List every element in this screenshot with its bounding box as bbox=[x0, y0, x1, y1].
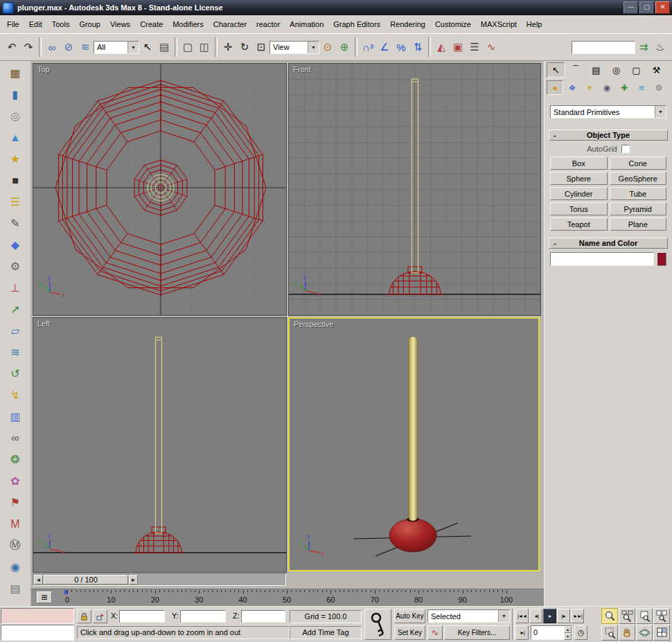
dropdown-arrow-icon[interactable]: ▼ bbox=[127, 42, 139, 53]
time-slider-previous-arrow[interactable]: ◄ bbox=[34, 575, 43, 585]
bind-to-space-warp-icon[interactable]: ≋ bbox=[77, 38, 94, 56]
modify-tab[interactable]: ⌒ bbox=[567, 62, 585, 78]
selection-filter-dropdown[interactable]: All▼ bbox=[94, 41, 139, 54]
star-shape-icon[interactable]: ★ bbox=[6, 150, 25, 168]
undo-icon[interactable]: ↶ bbox=[3, 38, 20, 56]
cone-primitive-icon[interactable]: ▲ bbox=[6, 129, 25, 146]
select-and-manipulate-icon[interactable]: ⊕ bbox=[336, 38, 353, 56]
grid-tool-icon[interactable]: ▤ bbox=[6, 580, 25, 597]
subcategory-dropdown[interactable]: Standard Primitives ▼ bbox=[550, 105, 666, 118]
zoom-button[interactable] bbox=[601, 608, 618, 624]
object-type-button-geosphere[interactable]: GeoSphere bbox=[610, 172, 667, 185]
wedge-icon[interactable]: ◆ bbox=[6, 236, 25, 253]
close-button[interactable]: ✕ bbox=[655, 1, 670, 14]
spinner-snap-icon[interactable]: ⇅ bbox=[409, 38, 426, 56]
systems-category[interactable]: ⚙ bbox=[651, 80, 667, 95]
object-name-field[interactable] bbox=[550, 252, 654, 266]
x-coordinate-field[interactable] bbox=[119, 610, 165, 623]
zoom-all-button[interactable] bbox=[619, 608, 635, 624]
name-and-color-rollout-header[interactable]: - Name and Color bbox=[549, 238, 668, 249]
dropdown-arrow-icon[interactable]: ▼ bbox=[498, 610, 509, 622]
m-tool-icon[interactable]: M bbox=[6, 515, 25, 533]
arc-rotate-button[interactable] bbox=[636, 625, 653, 641]
maxscript-mini-listener-macro[interactable] bbox=[1, 608, 74, 624]
named-selection-sets-field[interactable] bbox=[572, 41, 635, 54]
region-zoom-button[interactable] bbox=[601, 625, 618, 641]
key-mode-toggle-button[interactable]: ►| bbox=[515, 625, 529, 640]
chain-icon[interactable]: ∞ bbox=[6, 429, 25, 447]
lights-category[interactable]: ☀ bbox=[581, 80, 598, 95]
select-and-rotate-icon[interactable]: ↻ bbox=[236, 38, 253, 56]
viewport-label-front[interactable]: Front bbox=[293, 65, 311, 73]
reference-coordinate-dropdown[interactable]: View▼ bbox=[269, 41, 319, 54]
go-to-start-button[interactable]: |◄◄ bbox=[515, 609, 529, 623]
viewport-label-left[interactable]: Left bbox=[37, 319, 50, 328]
default-tangent-button[interactable]: ∿ bbox=[427, 625, 443, 640]
utilities-tab[interactable]: ⚒ bbox=[647, 62, 666, 78]
object-type-button-tube[interactable]: Tube bbox=[610, 187, 667, 200]
dropdown-arrow-icon[interactable]: ▼ bbox=[655, 106, 666, 118]
time-slider-handle[interactable]: 0 / 100 bbox=[44, 575, 128, 585]
dark-box-icon[interactable]: ■ bbox=[6, 172, 25, 189]
motion-tab[interactable]: ◎ bbox=[607, 62, 626, 78]
current-frame-field[interactable]: 0 ▲ ▼ bbox=[531, 625, 572, 640]
gear-icon[interactable]: ⚙ bbox=[6, 258, 25, 275]
quick-render-icon[interactable]: ⇉ bbox=[635, 38, 652, 56]
hierarchy-tab[interactable]: ▤ bbox=[587, 62, 605, 78]
title-bar[interactable]: plunger.max - Autodesk 3ds Max 8 - Stand… bbox=[0, 0, 672, 15]
object-type-button-box[interactable]: Box bbox=[550, 157, 608, 170]
absolute-offset-mode-toggle[interactable] bbox=[93, 609, 107, 623]
selection-lock-toggle[interactable] bbox=[77, 609, 91, 623]
object-type-button-cone[interactable]: Cone bbox=[610, 157, 667, 170]
spinner-down-icon[interactable]: ▼ bbox=[564, 633, 572, 640]
object-type-button-cylinder[interactable]: Cylinder bbox=[550, 187, 608, 200]
display-tab[interactable]: ▢ bbox=[627, 62, 646, 78]
object-type-button-pyramid[interactable]: Pyramid bbox=[610, 202, 667, 215]
object-type-button-sphere[interactable]: Sphere bbox=[550, 172, 608, 185]
menu-item-maxscript[interactable]: MAXScript bbox=[476, 17, 522, 31]
menu-item-views[interactable]: Views bbox=[105, 17, 135, 31]
viewport-perspective[interactable]: zxy Perspective bbox=[288, 317, 540, 571]
viewport-left[interactable]: zxy Left bbox=[33, 317, 287, 573]
dropdown-arrow-icon[interactable]: ▼ bbox=[308, 42, 319, 53]
time-slider-next-arrow[interactable]: ► bbox=[129, 575, 138, 585]
m-circle-icon[interactable]: Ⓜ bbox=[6, 537, 25, 554]
maximize-button[interactable]: ▢ bbox=[639, 1, 654, 14]
select-and-scale-icon[interactable]: ⊡ bbox=[253, 38, 269, 56]
shapes-category[interactable]: ❖ bbox=[564, 80, 581, 95]
set-key-button[interactable]: Set Key bbox=[394, 625, 425, 640]
object-color-swatch[interactable] bbox=[657, 252, 666, 266]
maxscript-mini-listener[interactable] bbox=[1, 625, 74, 641]
select-object-icon[interactable]: ↖ bbox=[139, 38, 156, 56]
flower-icon[interactable]: ❂ bbox=[6, 451, 25, 468]
curve-editor-icon[interactable]: ∿ bbox=[483, 38, 499, 56]
min-max-toggle-button[interactable] bbox=[653, 625, 670, 641]
torus-primitive-icon[interactable]: ◎ bbox=[6, 107, 25, 125]
rectangular-selection-icon[interactable]: ▢ bbox=[179, 38, 196, 56]
layer-manager-icon[interactable]: ☰ bbox=[466, 38, 483, 56]
loop-icon[interactable]: ↺ bbox=[6, 365, 25, 382]
percent-snap-icon[interactable]: % bbox=[393, 38, 409, 56]
object-type-button-teapot[interactable]: Teapot bbox=[550, 217, 608, 231]
zoom-extents-button[interactable] bbox=[636, 608, 653, 624]
object-type-button-plane[interactable]: Plane bbox=[610, 217, 667, 231]
key-filters-button[interactable]: Key Filters... bbox=[444, 625, 510, 640]
select-by-name-icon[interactable]: ▤ bbox=[156, 38, 173, 56]
select-and-move-icon[interactable]: ✛ bbox=[220, 38, 236, 56]
spinner-up-icon[interactable]: ▲ bbox=[564, 626, 572, 633]
object-type-rollout-header[interactable]: - Object Type bbox=[549, 130, 668, 141]
pencil-icon[interactable]: ✎ bbox=[6, 215, 25, 232]
page-icon[interactable]: ▱ bbox=[6, 322, 25, 339]
play-button[interactable]: ► bbox=[543, 609, 556, 623]
cameras-category[interactable]: ◉ bbox=[599, 80, 615, 95]
autogrid-checkbox[interactable] bbox=[621, 145, 630, 153]
open-mini-curve-editor-button[interactable]: ⊞ bbox=[37, 591, 52, 603]
selection-set-dropdown[interactable]: Selected ▼ bbox=[427, 609, 510, 623]
viewport-label-top[interactable]: Top bbox=[37, 65, 50, 73]
menu-item-tools[interactable]: Tools bbox=[47, 17, 75, 31]
viewport-label-perspective[interactable]: Perspective bbox=[294, 320, 333, 328]
menu-item-help[interactable]: Help bbox=[522, 17, 547, 31]
unlink-selection-icon[interactable]: ⊘ bbox=[60, 38, 77, 56]
zoom-extents-all-button[interactable] bbox=[653, 608, 670, 624]
go-to-end-button[interactable]: ►►| bbox=[571, 609, 584, 623]
